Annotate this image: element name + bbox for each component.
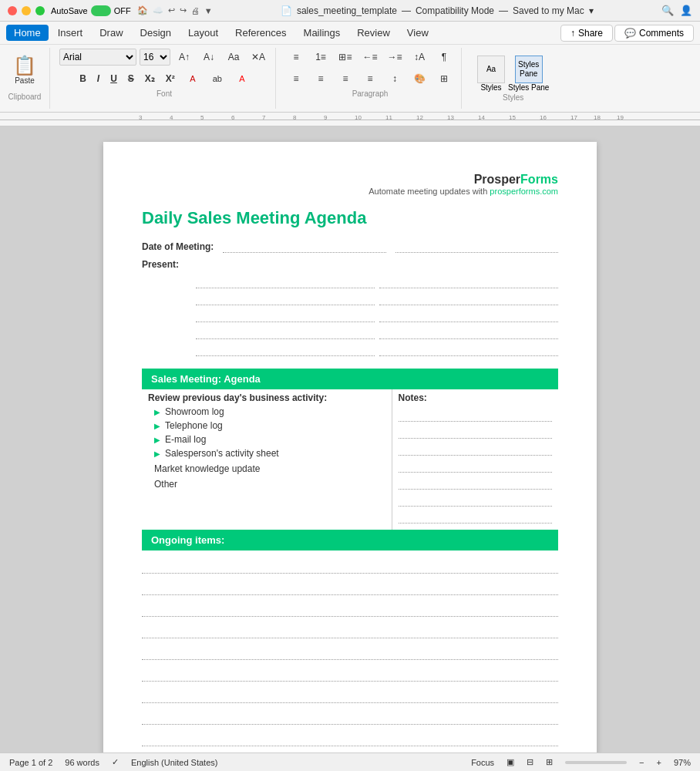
present-line-6[interactable]	[379, 310, 558, 322]
increase-indent-button[interactable]: →≡	[384, 48, 406, 66]
align-center-button[interactable]: ≡	[310, 69, 331, 88]
notes-line-5[interactable]	[399, 476, 553, 490]
underline-button[interactable]: U	[106, 71, 121, 86]
notes-line-4[interactable]	[399, 459, 553, 473]
notes-line-1[interactable]	[399, 408, 553, 422]
menu-view[interactable]: View	[399, 25, 436, 41]
font-color-button[interactable]: A	[182, 69, 204, 88]
bold-button[interactable]: B	[76, 71, 90, 86]
change-case-button[interactable]: Aa	[223, 48, 244, 66]
paste-button[interactable]: 📋 Paste	[6, 48, 43, 91]
focus-label[interactable]: Focus	[471, 758, 494, 767]
sort-button[interactable]: ↕A	[409, 48, 430, 66]
notes-line-7[interactable]	[399, 510, 553, 524]
bullets-button[interactable]: ≡	[285, 48, 307, 66]
font-group: Arial 16 A↑ A↓ Aa ✕A B I U S X₂ X² A ab …	[59, 48, 276, 109]
close-button[interactable]	[8, 6, 17, 15]
font-size-select[interactable]: 16	[140, 49, 170, 66]
numbering-button[interactable]: 1≡	[310, 48, 331, 66]
separator: —	[402, 5, 411, 16]
autosave-toggle[interactable]	[91, 5, 111, 16]
brand-link[interactable]: prosperforms.com	[490, 187, 558, 196]
present-line-8[interactable]	[379, 327, 558, 339]
redo-icon[interactable]: ↪	[180, 5, 187, 15]
align-left-button[interactable]: ≡	[285, 69, 307, 88]
ongoing-line-1[interactable]	[142, 557, 558, 574]
multilevel-list-button[interactable]: ⊞≡	[335, 48, 356, 66]
text-color-button[interactable]: A	[231, 69, 253, 88]
ongoing-line-2[interactable]	[142, 578, 558, 595]
ongoing-line-9[interactable]	[142, 729, 558, 746]
toolbar-icons: 🏠 ☁️ ↩ ↪ 🖨 ▼	[137, 5, 213, 15]
line-spacing-button[interactable]: ↕	[384, 69, 406, 88]
present-label-row: Present:	[142, 259, 558, 270]
menu-references[interactable]: References	[227, 25, 294, 41]
more-icon[interactable]: ▼	[204, 6, 213, 15]
ongoing-line-3[interactable]	[142, 600, 558, 617]
undo-icon[interactable]: ↩	[168, 5, 175, 15]
show-hide-button[interactable]: ¶	[433, 48, 455, 66]
highlight-button[interactable]: ab	[207, 69, 228, 88]
shading-button[interactable]: 🎨	[409, 69, 430, 88]
menu-design[interactable]: Design	[133, 25, 179, 41]
shrink-font-button[interactable]: A↓	[198, 48, 220, 66]
zoom-slider[interactable]	[565, 761, 627, 764]
italic-button[interactable]: I	[93, 71, 103, 86]
doc-check-icon[interactable]: ✓	[112, 757, 119, 767]
menu-draw[interactable]: Draw	[92, 25, 130, 41]
present-line-2[interactable]	[379, 276, 558, 288]
ongoing-line-4[interactable]	[142, 621, 558, 638]
notes-line-2[interactable]	[399, 425, 553, 439]
zoom-minus-icon[interactable]: −	[639, 758, 644, 767]
ongoing-line-6[interactable]	[142, 665, 558, 682]
align-right-button[interactable]: ≡	[335, 69, 356, 88]
menu-insert[interactable]: Insert	[50, 25, 91, 41]
strikethrough-button[interactable]: S	[124, 71, 138, 86]
decrease-indent-button[interactable]: ←≡	[359, 48, 381, 66]
font-family-select[interactable]: Arial	[59, 49, 136, 66]
present-line-9[interactable]	[196, 344, 375, 356]
menu-review[interactable]: Review	[349, 25, 398, 41]
menu-mailings[interactable]: Mailings	[296, 25, 348, 41]
notes-line-3[interactable]	[399, 442, 553, 456]
fullscreen-button[interactable]	[35, 6, 45, 15]
styles-pane-button[interactable]: StylesPane Styles Pane	[508, 56, 549, 92]
superscript-button[interactable]: X²	[162, 71, 179, 86]
present-line-4[interactable]	[379, 293, 558, 305]
ongoing-line-8[interactable]	[142, 708, 558, 725]
present-line-10[interactable]	[379, 344, 558, 356]
minimize-button[interactable]	[22, 6, 31, 15]
menu-layout[interactable]: Layout	[180, 25, 226, 41]
view-icon-3[interactable]: ⊞	[546, 757, 553, 767]
search-icon[interactable]: 🔍	[661, 5, 674, 16]
present-line-7[interactable]	[196, 327, 375, 339]
date-line-2[interactable]	[395, 241, 558, 253]
present-line-5[interactable]	[196, 310, 375, 322]
view-icon-2[interactable]: ⊟	[527, 757, 533, 767]
chevron-down-icon[interactable]: ▾	[589, 5, 594, 16]
present-line-3[interactable]	[196, 293, 375, 305]
borders-button[interactable]: ⊞	[433, 69, 455, 88]
account-icon[interactable]: 👤	[680, 5, 692, 16]
present-line-1[interactable]	[196, 276, 375, 288]
subscript-button[interactable]: X₂	[141, 71, 159, 86]
ongoing-line-5[interactable]	[142, 643, 558, 660]
other-item-0: Market knowledge update	[148, 460, 385, 477]
share-button[interactable]: ↑ Share	[560, 25, 613, 42]
date-line-1[interactable]	[223, 241, 385, 253]
comments-button[interactable]: 💬 Comments	[614, 25, 694, 42]
ongoing-line-7[interactable]	[142, 686, 558, 703]
date-label: Date of Meeting:	[142, 241, 214, 252]
cloud-icon[interactable]: ☁️	[153, 5, 163, 15]
clear-format-button[interactable]: ✕A	[247, 48, 269, 66]
justify-button[interactable]: ≡	[359, 69, 381, 88]
view-icon-1[interactable]: ▣	[506, 757, 514, 767]
notes-line-6[interactable]	[399, 493, 553, 507]
menu-home[interactable]: Home	[6, 25, 49, 41]
zoom-plus-icon[interactable]: +	[657, 758, 661, 767]
grow-font-button[interactable]: A↑	[173, 48, 195, 66]
print-icon[interactable]: 🖨	[191, 6, 200, 15]
styles-button[interactable]: Aa Styles	[477, 56, 505, 92]
home-icon[interactable]: 🏠	[137, 5, 148, 15]
paste-icon: 📋	[13, 55, 36, 76]
